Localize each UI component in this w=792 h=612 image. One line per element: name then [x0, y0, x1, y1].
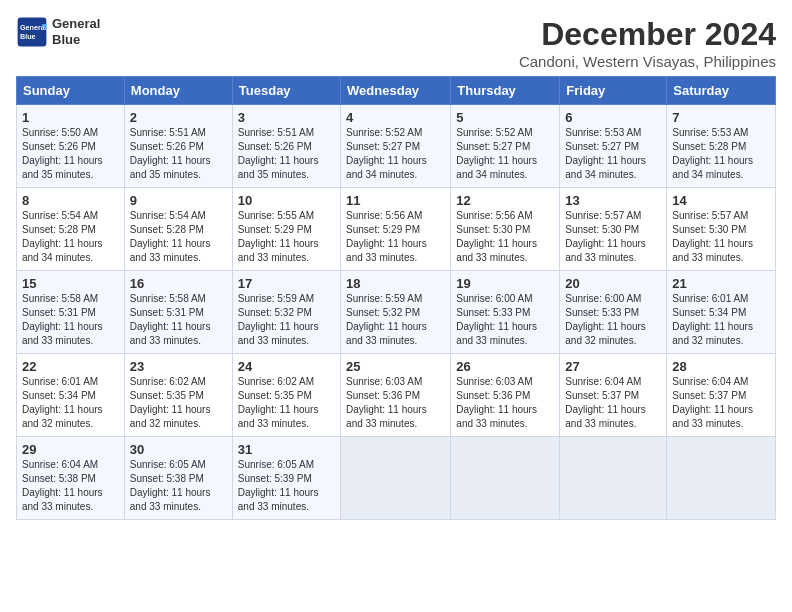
- day-info: Sunrise: 5:52 AMSunset: 5:27 PMDaylight:…: [456, 127, 537, 180]
- day-info: Sunrise: 6:05 AMSunset: 5:39 PMDaylight:…: [238, 459, 319, 512]
- day-cell: 19 Sunrise: 6:00 AMSunset: 5:33 PMDaylig…: [451, 271, 560, 354]
- day-info: Sunrise: 5:57 AMSunset: 5:30 PMDaylight:…: [672, 210, 753, 263]
- day-cell: 5 Sunrise: 5:52 AMSunset: 5:27 PMDayligh…: [451, 105, 560, 188]
- day-info: Sunrise: 5:53 AMSunset: 5:28 PMDaylight:…: [672, 127, 753, 180]
- day-number: 9: [130, 193, 227, 208]
- day-info: Sunrise: 6:02 AMSunset: 5:35 PMDaylight:…: [130, 376, 211, 429]
- day-info: Sunrise: 5:51 AMSunset: 5:26 PMDaylight:…: [238, 127, 319, 180]
- day-number: 16: [130, 276, 227, 291]
- title-block: December 2024 Candoni, Western Visayas, …: [519, 16, 776, 70]
- day-cell: 10 Sunrise: 5:55 AMSunset: 5:29 PMDaylig…: [232, 188, 340, 271]
- day-number: 17: [238, 276, 335, 291]
- day-number: 22: [22, 359, 119, 374]
- day-cell: 28 Sunrise: 6:04 AMSunset: 5:37 PMDaylig…: [667, 354, 776, 437]
- day-cell: 8 Sunrise: 5:54 AMSunset: 5:28 PMDayligh…: [17, 188, 125, 271]
- day-number: 23: [130, 359, 227, 374]
- subtitle: Candoni, Western Visayas, Philippines: [519, 53, 776, 70]
- day-cell: 3 Sunrise: 5:51 AMSunset: 5:26 PMDayligh…: [232, 105, 340, 188]
- day-number: 8: [22, 193, 119, 208]
- day-number: 6: [565, 110, 661, 125]
- day-info: Sunrise: 6:00 AMSunset: 5:33 PMDaylight:…: [456, 293, 537, 346]
- day-info: Sunrise: 5:54 AMSunset: 5:28 PMDaylight:…: [22, 210, 103, 263]
- day-cell: 18 Sunrise: 5:59 AMSunset: 5:32 PMDaylig…: [341, 271, 451, 354]
- day-info: Sunrise: 6:04 AMSunset: 5:37 PMDaylight:…: [565, 376, 646, 429]
- day-info: Sunrise: 5:55 AMSunset: 5:29 PMDaylight:…: [238, 210, 319, 263]
- day-number: 5: [456, 110, 554, 125]
- day-info: Sunrise: 5:59 AMSunset: 5:32 PMDaylight:…: [238, 293, 319, 346]
- day-number: 24: [238, 359, 335, 374]
- logo-icon: General Blue: [16, 16, 48, 48]
- day-number: 3: [238, 110, 335, 125]
- day-number: 1: [22, 110, 119, 125]
- day-cell: 2 Sunrise: 5:51 AMSunset: 5:26 PMDayligh…: [124, 105, 232, 188]
- day-cell: 20 Sunrise: 6:00 AMSunset: 5:33 PMDaylig…: [560, 271, 667, 354]
- day-cell: 16 Sunrise: 5:58 AMSunset: 5:31 PMDaylig…: [124, 271, 232, 354]
- day-number: 14: [672, 193, 770, 208]
- day-cell: 12 Sunrise: 5:56 AMSunset: 5:30 PMDaylig…: [451, 188, 560, 271]
- day-cell: 13 Sunrise: 5:57 AMSunset: 5:30 PMDaylig…: [560, 188, 667, 271]
- day-cell: 4 Sunrise: 5:52 AMSunset: 5:27 PMDayligh…: [341, 105, 451, 188]
- day-cell: 24 Sunrise: 6:02 AMSunset: 5:35 PMDaylig…: [232, 354, 340, 437]
- day-info: Sunrise: 5:58 AMSunset: 5:31 PMDaylight:…: [22, 293, 103, 346]
- day-number: 12: [456, 193, 554, 208]
- calendar-header-row: SundayMondayTuesdayWednesdayThursdayFrid…: [17, 77, 776, 105]
- day-info: Sunrise: 5:57 AMSunset: 5:30 PMDaylight:…: [565, 210, 646, 263]
- day-info: Sunrise: 6:03 AMSunset: 5:36 PMDaylight:…: [456, 376, 537, 429]
- day-cell: [560, 437, 667, 520]
- week-row-1: 1 Sunrise: 5:50 AMSunset: 5:26 PMDayligh…: [17, 105, 776, 188]
- page-header: General Blue General Blue December 2024 …: [16, 16, 776, 70]
- day-cell: 11 Sunrise: 5:56 AMSunset: 5:29 PMDaylig…: [341, 188, 451, 271]
- day-cell: 21 Sunrise: 6:01 AMSunset: 5:34 PMDaylig…: [667, 271, 776, 354]
- day-number: 27: [565, 359, 661, 374]
- calendar-table: SundayMondayTuesdayWednesdayThursdayFrid…: [16, 76, 776, 520]
- day-cell: 30 Sunrise: 6:05 AMSunset: 5:38 PMDaylig…: [124, 437, 232, 520]
- day-cell: 15 Sunrise: 5:58 AMSunset: 5:31 PMDaylig…: [17, 271, 125, 354]
- day-info: Sunrise: 5:52 AMSunset: 5:27 PMDaylight:…: [346, 127, 427, 180]
- day-cell: 23 Sunrise: 6:02 AMSunset: 5:35 PMDaylig…: [124, 354, 232, 437]
- day-number: 15: [22, 276, 119, 291]
- day-cell: 1 Sunrise: 5:50 AMSunset: 5:26 PMDayligh…: [17, 105, 125, 188]
- day-cell: 17 Sunrise: 5:59 AMSunset: 5:32 PMDaylig…: [232, 271, 340, 354]
- main-title: December 2024: [519, 16, 776, 53]
- header-tuesday: Tuesday: [232, 77, 340, 105]
- day-info: Sunrise: 5:58 AMSunset: 5:31 PMDaylight:…: [130, 293, 211, 346]
- day-info: Sunrise: 5:59 AMSunset: 5:32 PMDaylight:…: [346, 293, 427, 346]
- day-cell: 31 Sunrise: 6:05 AMSunset: 5:39 PMDaylig…: [232, 437, 340, 520]
- day-cell: 27 Sunrise: 6:04 AMSunset: 5:37 PMDaylig…: [560, 354, 667, 437]
- day-info: Sunrise: 6:01 AMSunset: 5:34 PMDaylight:…: [22, 376, 103, 429]
- day-info: Sunrise: 6:04 AMSunset: 5:37 PMDaylight:…: [672, 376, 753, 429]
- day-number: 28: [672, 359, 770, 374]
- day-number: 21: [672, 276, 770, 291]
- day-cell: [451, 437, 560, 520]
- header-wednesday: Wednesday: [341, 77, 451, 105]
- week-row-5: 29 Sunrise: 6:04 AMSunset: 5:38 PMDaylig…: [17, 437, 776, 520]
- day-cell: 7 Sunrise: 5:53 AMSunset: 5:28 PMDayligh…: [667, 105, 776, 188]
- day-cell: [341, 437, 451, 520]
- day-cell: 14 Sunrise: 5:57 AMSunset: 5:30 PMDaylig…: [667, 188, 776, 271]
- day-cell: 25 Sunrise: 6:03 AMSunset: 5:36 PMDaylig…: [341, 354, 451, 437]
- day-info: Sunrise: 6:05 AMSunset: 5:38 PMDaylight:…: [130, 459, 211, 512]
- week-row-4: 22 Sunrise: 6:01 AMSunset: 5:34 PMDaylig…: [17, 354, 776, 437]
- header-sunday: Sunday: [17, 77, 125, 105]
- day-cell: 22 Sunrise: 6:01 AMSunset: 5:34 PMDaylig…: [17, 354, 125, 437]
- day-info: Sunrise: 5:54 AMSunset: 5:28 PMDaylight:…: [130, 210, 211, 263]
- day-info: Sunrise: 6:00 AMSunset: 5:33 PMDaylight:…: [565, 293, 646, 346]
- day-cell: 26 Sunrise: 6:03 AMSunset: 5:36 PMDaylig…: [451, 354, 560, 437]
- day-number: 4: [346, 110, 445, 125]
- day-number: 29: [22, 442, 119, 457]
- day-info: Sunrise: 6:03 AMSunset: 5:36 PMDaylight:…: [346, 376, 427, 429]
- day-number: 30: [130, 442, 227, 457]
- day-number: 19: [456, 276, 554, 291]
- day-number: 18: [346, 276, 445, 291]
- day-info: Sunrise: 5:56 AMSunset: 5:29 PMDaylight:…: [346, 210, 427, 263]
- week-row-2: 8 Sunrise: 5:54 AMSunset: 5:28 PMDayligh…: [17, 188, 776, 271]
- week-row-3: 15 Sunrise: 5:58 AMSunset: 5:31 PMDaylig…: [17, 271, 776, 354]
- day-info: Sunrise: 6:04 AMSunset: 5:38 PMDaylight:…: [22, 459, 103, 512]
- header-saturday: Saturday: [667, 77, 776, 105]
- day-number: 10: [238, 193, 335, 208]
- day-number: 13: [565, 193, 661, 208]
- day-info: Sunrise: 5:50 AMSunset: 5:26 PMDaylight:…: [22, 127, 103, 180]
- day-number: 26: [456, 359, 554, 374]
- day-cell: [667, 437, 776, 520]
- header-thursday: Thursday: [451, 77, 560, 105]
